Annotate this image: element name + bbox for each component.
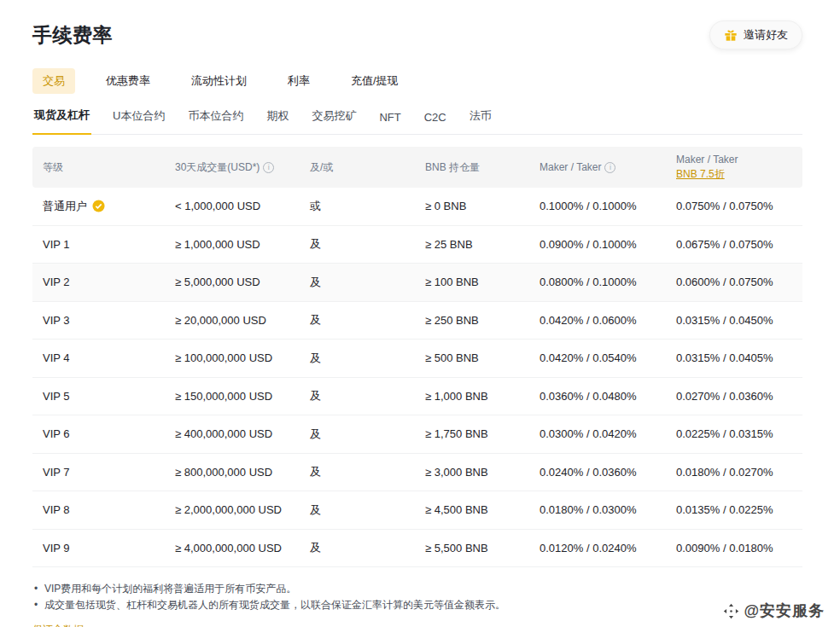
maker-taker-bnb-cell: 0.0675% / 0.0750% [676, 238, 802, 251]
header-volume-label: 30天成交量(USD*) [175, 160, 260, 175]
fee-table-row: VIP 5 ≥ 150,000,000 USD 及 ≥ 1,000 BNB 0.… [32, 378, 802, 416]
header-level: 等级 [32, 160, 175, 175]
tab-trading[interactable]: 交易 [32, 68, 75, 94]
level-cell: VIP 3 [32, 314, 175, 327]
volume-cell: ≥ 150,000,000 USD [175, 390, 310, 403]
bnb-discount-link[interactable]: BNB 7.5折 [676, 167, 725, 182]
header-and-or: 及/或 [310, 160, 425, 175]
maker-taker-bnb-cell: 0.0090% / 0.0180% [676, 542, 802, 554]
and-or-cell: 及 [310, 275, 425, 290]
bnb-balance-cell: ≥ 0 BNB [425, 200, 540, 212]
maker-taker-cell: 0.0360% / 0.0480% [540, 390, 676, 403]
bnb-balance-cell: ≥ 1,000 BNB [425, 390, 540, 403]
maker-taker-cell: 0.0180% / 0.0300% [540, 503, 676, 516]
fee-table-row: VIP 7 ≥ 800,000,000 USD 及 ≥ 3,000 BNB 0.… [32, 454, 802, 492]
maker-taker-cell: 0.0420% / 0.0600% [540, 314, 676, 327]
level-label: 普通用户 [43, 199, 87, 214]
bnb-balance-cell: ≥ 1,750 BNB [425, 427, 540, 440]
bnb-balance-cell: ≥ 3,000 BNB [425, 466, 540, 479]
header-volume: 30天成交量(USD*) [175, 160, 310, 175]
fee-table-row: VIP 2 ≥ 5,000,000 USD 及 ≥ 100 BNB 0.0800… [32, 264, 802, 302]
level-cell: VIP 7 [32, 466, 175, 479]
subtab-nft[interactable]: NFT [377, 107, 402, 134]
gift-icon [724, 28, 738, 42]
volume-cell: ≥ 20,000,000 USD [175, 314, 310, 327]
and-or-cell: 及 [310, 464, 425, 479]
maker-taker-bnb-cell: 0.0225% / 0.0315% [676, 427, 802, 440]
info-icon[interactable] [604, 162, 615, 173]
level-cell: 普通用户 [32, 199, 175, 214]
fee-table-header: 等级 30天成交量(USD*) 及/或 BNB 持仓量 Maker / Take… [32, 147, 802, 188]
volume-cell: ≥ 1,000,000 USD [175, 238, 310, 251]
header-maker-taker-bnb: Maker / Taker BNB 7.5折 [676, 154, 802, 182]
header-bnb-balance: BNB 持仓量 [425, 160, 540, 175]
margin-data-link[interactable]: 保证金数据 [32, 623, 84, 627]
tab-deposit-withdraw[interactable]: 充值/提现 [341, 68, 409, 94]
maker-taker-bnb-cell: 0.0135% / 0.0225% [676, 503, 802, 516]
tab-liquidity-program[interactable]: 流动性计划 [181, 68, 257, 94]
level-label: VIP 5 [43, 390, 70, 403]
fee-table-body: 普通用户 < 1,000,000 USD 或 ≥ 0 BNB 0.1000% /… [32, 188, 802, 567]
info-icon[interactable] [263, 162, 274, 173]
header-maker-taker-label: Maker / Taker [540, 161, 601, 173]
move-arrows-icon [723, 603, 739, 619]
primary-tabs: 交易 优惠费率 流动性计划 利率 充值/提现 [32, 68, 802, 94]
and-or-cell: 及 [310, 351, 425, 366]
maker-taker-bnb-cell: 0.0600% / 0.0750% [676, 276, 802, 288]
subtab-options[interactable]: 期权 [265, 105, 290, 134]
bnb-balance-cell: ≥ 25 BNB [425, 238, 540, 251]
level-label: VIP 2 [43, 276, 70, 288]
secondary-tabs: 现货及杠杆 U本位合约 币本位合约 期权 交易挖矿 NFT C2C 法币 [32, 104, 802, 135]
maker-taker-bnb-cell: 0.0315% / 0.0405% [676, 351, 802, 364]
header-maker-taker-bnb-line1: Maker / Taker [676, 154, 796, 165]
maker-taker-cell: 0.0300% / 0.0420% [540, 427, 676, 440]
level-cell: VIP 6 [32, 427, 175, 440]
fee-table: 等级 30天成交量(USD*) 及/或 BNB 持仓量 Maker / Take… [32, 147, 802, 567]
subtab-fiat[interactable]: 法币 [468, 105, 493, 134]
level-label: VIP 7 [43, 466, 70, 479]
tab-preferential-rates[interactable]: 优惠费率 [96, 68, 160, 94]
header-maker-taker: Maker / Taker [540, 161, 676, 173]
tab-interest-rates[interactable]: 利率 [277, 68, 320, 94]
subtab-c2c[interactable]: C2C [423, 107, 448, 134]
maker-taker-cell: 0.1000% / 0.1000% [540, 200, 676, 212]
and-or-cell: 及 [310, 236, 425, 252]
volume-cell: ≥ 4,000,000,000 USD [175, 542, 310, 554]
level-label: VIP 6 [43, 427, 70, 440]
bnb-balance-cell: ≥ 100 BNB [425, 276, 540, 288]
note-item: VIP费用和每个计划的福利将普遍适用于所有币安产品。 [32, 581, 802, 597]
level-cell: VIP 2 [32, 276, 175, 288]
bnb-balance-cell: ≥ 250 BNB [425, 314, 540, 327]
page-title: 手续费率 [32, 22, 113, 49]
volume-cell: ≥ 400,000,000 USD [175, 427, 310, 440]
level-label: VIP 8 [43, 503, 70, 516]
level-cell: VIP 8 [32, 503, 175, 516]
bnb-balance-cell: ≥ 5,500 BNB [425, 542, 540, 554]
subtab-trade-mining[interactable]: 交易挖矿 [310, 105, 358, 134]
volume-cell: < 1,000,000 USD [175, 200, 310, 212]
and-or-cell: 或 [310, 199, 425, 214]
volume-cell: ≥ 5,000,000 USD [175, 276, 310, 288]
fee-table-row: VIP 1 ≥ 1,000,000 USD 及 ≥ 25 BNB 0.0900%… [32, 226, 802, 264]
fee-table-row: VIP 4 ≥ 100,000,000 USD 及 ≥ 500 BNB 0.04… [32, 340, 802, 378]
note-item: 成交量包括现货、杠杆和交易机器人的所有现货成交量，以联合保证金汇率计算的美元等值… [32, 597, 802, 613]
and-or-cell: 及 [310, 427, 425, 442]
invite-friends-button[interactable]: 邀请好友 [709, 20, 802, 49]
maker-taker-bnb-cell: 0.0270% / 0.0360% [676, 390, 802, 403]
subtab-coinm-futures[interactable]: 币本位合约 [186, 105, 245, 134]
footnotes: VIP费用和每个计划的福利将普遍适用于所有币安产品。 成交量包括现货、杠杆和交易… [32, 581, 802, 613]
level-label: VIP 1 [43, 238, 70, 251]
subtab-spot-margin[interactable]: 现货及杠杆 [32, 104, 91, 135]
fee-table-row: VIP 8 ≥ 2,000,000,000 USD 及 ≥ 4,500 BNB … [32, 491, 802, 530]
fee-rate-page: 手续费率 邀请好友 交易 优惠费率 流动性计划 利率 充值/提现 现货及杠杆 U… [0, 0, 840, 627]
maker-taker-cell: 0.0420% / 0.0540% [540, 351, 676, 364]
bnb-balance-cell: ≥ 4,500 BNB [425, 503, 540, 516]
watermark: @安安服务 [723, 601, 825, 621]
topbar: 手续费率 邀请好友 [32, 20, 802, 49]
fee-table-row: VIP 9 ≥ 4,000,000,000 USD 及 ≥ 5,500 BNB … [32, 530, 802, 568]
subtab-usdm-futures[interactable]: U本位合约 [111, 105, 166, 134]
volume-cell: ≥ 800,000,000 USD [175, 466, 310, 479]
fee-table-row: VIP 6 ≥ 400,000,000 USD 及 ≥ 1,750 BNB 0.… [32, 415, 802, 454]
maker-taker-cell: 0.0120% / 0.0240% [540, 542, 676, 554]
and-or-cell: 及 [310, 388, 425, 403]
